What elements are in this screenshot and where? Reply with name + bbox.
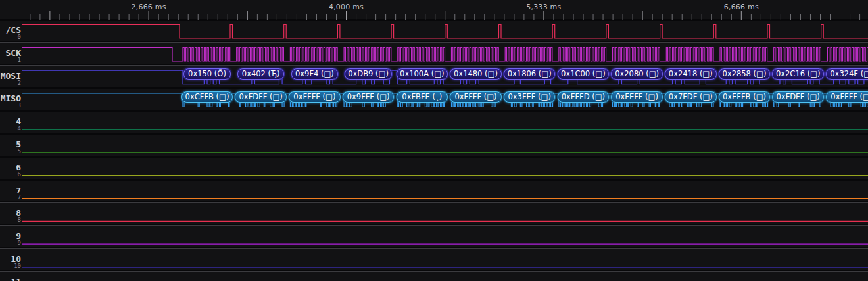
mosi-data-annotation: 0x324F (□) <box>826 68 868 80</box>
cs-waveform[interactable] <box>22 25 868 39</box>
miso-data-annotation: 0xFFFD (□) <box>558 91 610 103</box>
mosi-data-annotation: 0x2080 (□) <box>611 68 663 80</box>
timeline-ruler[interactable]: 2,666 ms4,000 ms5,333 ms6,666 ms <box>0 0 868 20</box>
waveforms-layer <box>0 0 868 281</box>
mosi-data-annotation: 0x402 (Ђ) <box>237 68 284 80</box>
channel-name-label[interactable]: 11 <box>0 278 21 281</box>
channel-name-label[interactable]: SCK <box>0 49 21 57</box>
channel-number-label: 8 <box>0 217 21 223</box>
channel-number-label: 9 <box>0 240 21 246</box>
mosi-data-annotation: 0x2418 (□) <box>665 68 717 80</box>
miso-data-annotation: 0xFDFF (□) <box>235 91 287 103</box>
miso-data-annotation: 0xEFFB (□) <box>719 91 771 103</box>
mosi-data-annotation: 0x150 (Ő) <box>183 68 230 80</box>
miso-data-annotation: 0x7FDF (□) <box>665 91 717 103</box>
sck-waveform[interactable] <box>22 47 868 61</box>
miso-data-annotation: 0xFDFF (□) <box>772 91 824 103</box>
mosi-data-annotation: 0x2C16 (□) <box>772 68 824 80</box>
mosi-data-annotation: 0x1480 (□) <box>450 68 502 80</box>
channel-name-label[interactable]: 6 <box>0 163 21 172</box>
channel-number-label: 0 <box>0 34 21 40</box>
channel-number-label: 4 <box>0 126 21 132</box>
miso-data-annotation: 0x9FFF (□) <box>343 91 395 103</box>
channel-number-label: 5 <box>0 149 21 155</box>
mosi-data-annotation: 0x1C00 (□) <box>558 68 610 80</box>
ruler-time-label: 6,666 ms <box>724 3 759 11</box>
channel-number-label: 10 <box>0 263 21 269</box>
miso-data-annotation: 0xFFFF (□) <box>450 91 502 103</box>
mosi-data-annotation: 0xDB9 (□) <box>345 68 391 80</box>
channel-name-label[interactable]: MOSI <box>0 72 21 80</box>
miso-data-annotation: 0xFEFF (□) <box>611 91 663 103</box>
logic-analyzer-view: 2,666 ms4,000 ms5,333 ms6,666 ms /CS0SCK… <box>0 0 868 281</box>
ruler-time-label: 2,666 ms <box>132 3 166 11</box>
channel-number-label: 6 <box>0 172 21 178</box>
miso-data-annotation: 0x3FEF (□) <box>504 91 556 103</box>
mosi-data-annotation: 0x2858 (□) <box>719 68 771 80</box>
miso-data-annotation: 0xFFFF (□) <box>289 91 341 103</box>
ruler-time-label: 5,333 ms <box>526 3 561 11</box>
channel-number-label: 1 <box>0 57 21 63</box>
miso-data-annotation: 0xFFFF (□) <box>826 91 868 103</box>
mosi-data-annotation: 0x1806 (□) <box>504 68 556 80</box>
mosi-data-annotation: 0x100A (□) <box>397 68 448 80</box>
channel-number-label: 2 <box>0 80 21 86</box>
ruler-time-label: 4,000 ms <box>329 3 364 11</box>
channel-number-label: 7 <box>0 195 21 201</box>
channel-number-label: 3 <box>0 103 21 109</box>
channel-name-label[interactable]: 7 <box>0 186 21 195</box>
mosi-data-annotation: 0x9F4 (□) <box>291 68 338 80</box>
miso-data-annotation: 0xCFFB (□) <box>181 91 233 103</box>
miso-data-annotation: 0xFBFE (¸) <box>397 91 448 103</box>
